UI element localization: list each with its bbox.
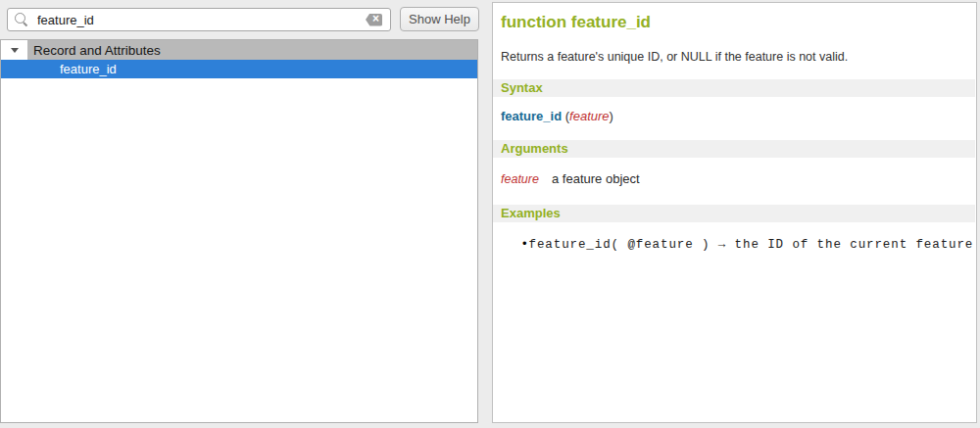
help-description: Returns a feature's unique ID, or NULL i…: [501, 50, 968, 64]
examples-heading: Examples: [493, 205, 975, 222]
search-icon: [14, 12, 29, 27]
function-tree-panel[interactable]: Record and Attributes feature_id: [0, 39, 478, 423]
show-help-button[interactable]: Show Help: [400, 7, 479, 31]
argument-description: a feature object: [552, 171, 640, 186]
tree-group-label: Record and Attributes: [27, 40, 477, 60]
argument-row: featurea feature object: [501, 171, 640, 186]
collapse-toggle[interactable]: [1, 40, 27, 60]
syntax-paren-open: (: [562, 109, 569, 123]
syntax-heading: Syntax: [493, 79, 975, 97]
syntax-signature: feature_id (feature): [501, 109, 613, 123]
help-title: function feature_id: [501, 13, 968, 32]
function-help-panel: function feature_id Returns a feature's …: [492, 2, 977, 423]
example-result: the ID of the current feature: [735, 238, 974, 252]
search-input[interactable]: [29, 10, 366, 29]
example-row: •feature_id( @feature ) → the ID of the …: [522, 236, 972, 252]
chevron-down-icon: [11, 48, 19, 53]
syntax-function-name: feature_id: [501, 109, 562, 123]
bullet-icon: •: [522, 236, 527, 251]
example-expression: feature_id( @feature ): [529, 238, 710, 252]
tree-item-feature-id[interactable]: feature_id: [1, 60, 477, 78]
tree-group-record-and-attributes[interactable]: Record and Attributes: [1, 40, 477, 60]
syntax-argument: feature: [569, 109, 609, 123]
syntax-paren-close: ): [610, 109, 613, 123]
example-arrow-icon: →: [710, 238, 734, 252]
function-search-box[interactable]: [7, 8, 391, 31]
argument-name: feature: [501, 172, 552, 186]
clear-search-icon[interactable]: [366, 14, 382, 26]
arguments-heading: Arguments: [493, 140, 975, 158]
